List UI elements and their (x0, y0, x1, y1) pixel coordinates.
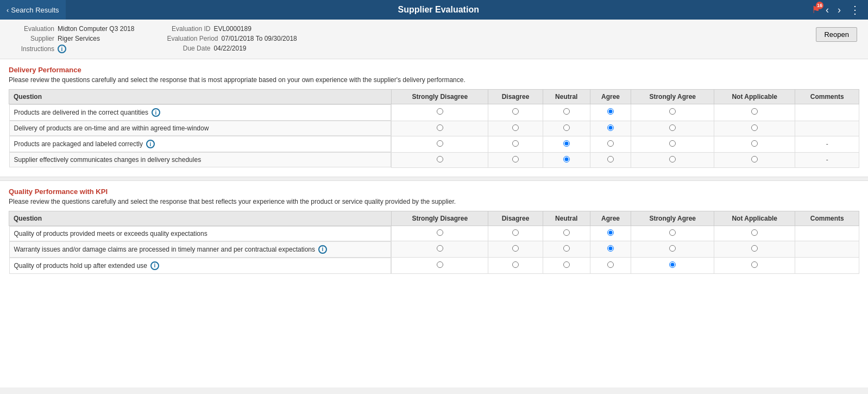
radio-cell-not_applicable[interactable] (714, 241, 795, 258)
radio-strongly_disagree[interactable] (437, 245, 443, 252)
radio-strongly_agree[interactable] (669, 124, 676, 131)
radio-cell-disagree[interactable] (488, 226, 543, 241)
radio-cell-strongly_agree[interactable] (631, 152, 714, 167)
back-button[interactable]: ‹ Search Results (0, 0, 66, 20)
reopen-button[interactable]: Reopen (816, 27, 857, 42)
radio-not_applicable[interactable] (751, 156, 758, 162)
radio-cell-disagree[interactable] (488, 121, 543, 136)
more-button[interactable]: ⋮ (846, 2, 864, 17)
radio-cell-strongly_disagree[interactable] (392, 258, 488, 274)
radio-agree[interactable] (607, 124, 614, 131)
radio-cell-neutral[interactable] (543, 241, 590, 258)
radio-cell-disagree[interactable] (488, 152, 543, 167)
radio-cell-neutral[interactable] (543, 226, 590, 241)
radio-cell-disagree[interactable] (488, 241, 543, 258)
radio-cell-strongly_disagree[interactable] (392, 136, 488, 152)
radio-cell-strongly_disagree[interactable] (392, 121, 488, 136)
radio-cell-disagree[interactable] (488, 136, 543, 152)
radio-cell-neutral[interactable] (543, 258, 590, 274)
radio-cell-strongly_agree[interactable] (631, 258, 714, 274)
supplier-value: Riger Services (58, 35, 100, 42)
radio-cell-disagree[interactable] (488, 104, 543, 121)
radio-strongly_agree[interactable] (669, 245, 676, 252)
radio-cell-strongly_disagree[interactable] (392, 241, 488, 258)
radio-cell-neutral[interactable] (543, 104, 590, 121)
radio-neutral[interactable] (563, 245, 570, 252)
col-header-4: Agree (590, 90, 631, 104)
radio-cell-neutral[interactable] (543, 152, 590, 167)
radio-disagree[interactable] (512, 245, 519, 252)
radio-disagree[interactable] (512, 108, 519, 115)
radio-cell-agree[interactable] (590, 152, 631, 167)
radio-cell-strongly_agree[interactable] (631, 136, 714, 152)
radio-strongly_disagree[interactable] (437, 261, 443, 268)
radio-cell-agree[interactable] (590, 226, 631, 241)
radio-cell-not_applicable[interactable] (714, 152, 795, 167)
radio-agree[interactable] (607, 108, 614, 115)
question-cell-3: Supplier effectively communicates change… (9, 152, 392, 167)
radio-strongly_disagree[interactable] (437, 108, 443, 115)
radio-cell-disagree[interactable] (488, 258, 543, 274)
radio-not_applicable[interactable] (751, 229, 758, 236)
radio-neutral[interactable] (563, 140, 570, 147)
radio-cell-strongly_agree[interactable] (631, 241, 714, 258)
radio-neutral[interactable] (563, 261, 570, 268)
radio-strongly_disagree[interactable] (437, 140, 443, 147)
radio-cell-agree[interactable] (590, 258, 631, 274)
radio-agree[interactable] (607, 140, 614, 147)
radio-cell-agree[interactable] (590, 104, 631, 121)
radio-cell-agree[interactable] (590, 241, 631, 258)
radio-not_applicable[interactable] (751, 108, 758, 115)
radio-agree[interactable] (607, 229, 614, 236)
flag-badge[interactable]: ⚑ 16 (812, 4, 820, 16)
radio-neutral[interactable] (563, 229, 570, 236)
radio-cell-agree[interactable] (590, 136, 631, 152)
radio-not_applicable[interactable] (751, 124, 758, 131)
radio-disagree[interactable] (512, 261, 519, 268)
radio-cell-agree[interactable] (590, 121, 631, 136)
radio-cell-not_applicable[interactable] (714, 226, 795, 241)
radio-strongly_agree[interactable] (669, 229, 676, 236)
radio-cell-neutral[interactable] (543, 121, 590, 136)
radio-cell-not_applicable[interactable] (714, 104, 795, 121)
radio-neutral[interactable] (563, 156, 570, 162)
radio-disagree[interactable] (512, 140, 519, 147)
radio-agree[interactable] (607, 261, 614, 268)
radio-strongly_agree[interactable] (669, 261, 676, 268)
radio-strongly_agree[interactable] (669, 156, 676, 162)
table-row: Supplier effectively communicates change… (9, 152, 859, 167)
radio-cell-not_applicable[interactable] (714, 258, 795, 274)
radio-not_applicable[interactable] (751, 140, 758, 147)
radio-cell-strongly_disagree[interactable] (392, 152, 488, 167)
radio-cell-neutral[interactable] (543, 136, 590, 152)
radio-cell-strongly_agree[interactable] (631, 104, 714, 121)
instructions-info-icon[interactable]: i (58, 45, 66, 53)
radio-disagree[interactable] (512, 156, 519, 162)
radio-cell-strongly_disagree[interactable] (392, 104, 488, 121)
radio-strongly_disagree[interactable] (437, 229, 443, 236)
radio-cell-strongly_disagree[interactable] (392, 226, 488, 241)
radio-neutral[interactable] (563, 124, 570, 131)
prev-button[interactable]: ‹ (822, 3, 832, 17)
radio-strongly_disagree[interactable] (437, 124, 443, 131)
radio-neutral[interactable] (563, 108, 570, 115)
radio-disagree[interactable] (512, 229, 519, 236)
radio-agree[interactable] (607, 245, 614, 252)
radio-cell-not_applicable[interactable] (714, 121, 795, 136)
radio-agree[interactable] (607, 156, 614, 162)
radio-cell-strongly_agree[interactable] (631, 121, 714, 136)
question-info-icon[interactable]: i (152, 108, 160, 117)
radio-not_applicable[interactable] (751, 245, 758, 252)
col-header-0: Question (9, 211, 392, 226)
radio-cell-not_applicable[interactable] (714, 136, 795, 152)
question-info-icon[interactable]: i (146, 140, 155, 148)
question-info-icon[interactable]: i (150, 261, 159, 270)
radio-not_applicable[interactable] (751, 261, 758, 268)
radio-strongly_disagree[interactable] (437, 156, 443, 162)
radio-disagree[interactable] (512, 124, 519, 131)
radio-strongly_agree[interactable] (669, 140, 676, 147)
radio-cell-strongly_agree[interactable] (631, 226, 714, 241)
question-info-icon[interactable]: i (318, 245, 327, 254)
next-button[interactable]: › (834, 3, 844, 17)
radio-strongly_agree[interactable] (669, 108, 676, 115)
